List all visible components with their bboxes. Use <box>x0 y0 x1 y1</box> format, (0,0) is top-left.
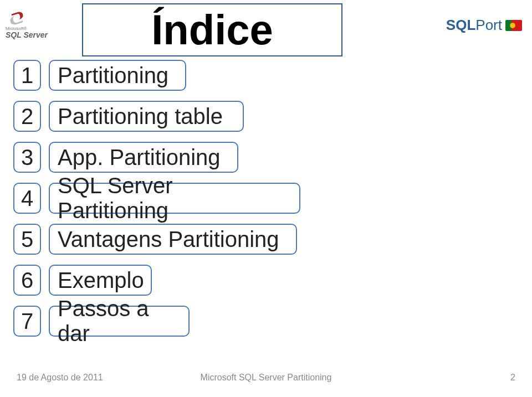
index-row: 5 Vantagens Partitioning <box>13 224 519 255</box>
index-list: 1 Partitioning 2 Partitioning table 3 Ap… <box>13 60 519 347</box>
index-number: 2 <box>13 101 41 132</box>
sql-server-swoosh-icon <box>10 10 29 25</box>
sqlport-port: Port <box>475 17 502 33</box>
index-item: Partitioning <box>49 60 186 91</box>
index-number: 1 <box>13 60 41 91</box>
index-row: 3 App. Partitioning <box>13 142 519 173</box>
sqlport-sql: SQL <box>446 17 475 33</box>
slide-title-box: Índice <box>82 3 342 56</box>
index-number: 4 <box>13 183 41 214</box>
index-item: Partitioning table <box>49 101 244 132</box>
sqlport-logo: SQLPort <box>446 17 522 34</box>
index-item: App. Partitioning <box>49 142 238 173</box>
footer-date: 19 de Agosto de 2011 <box>17 373 103 383</box>
index-item: Passos a dar <box>49 306 190 337</box>
index-number: 5 <box>13 224 41 255</box>
index-row: 1 Partitioning <box>13 60 519 91</box>
index-number: 3 <box>13 142 41 173</box>
footer-page-number: 2 <box>510 373 515 383</box>
index-row: 7 Passos a dar <box>13 306 519 337</box>
slide-title: Índice <box>151 9 273 51</box>
index-row: 6 Exemplo <box>13 265 519 296</box>
sqlport-text: SQLPort <box>446 17 502 34</box>
slide-footer: 19 de Agosto de 2011 Microsoft SQL Serve… <box>0 373 532 383</box>
index-number: 7 <box>13 306 41 337</box>
index-row: 4 SQL Server Partitioning <box>13 183 519 214</box>
portugal-flag-icon <box>505 20 522 31</box>
sql-server-label: SQL Server <box>6 31 55 39</box>
index-number: 6 <box>13 265 41 296</box>
slide: Microsoft® SQL Server SQLPort Índice 1 P… <box>0 0 532 397</box>
index-item: Vantagens Partitioning <box>49 224 297 255</box>
index-item: SQL Server Partitioning <box>49 183 300 214</box>
sql-server-logo: Microsoft® SQL Server <box>6 10 55 39</box>
index-row: 2 Partitioning table <box>13 101 519 132</box>
index-item: Exemplo <box>49 265 152 296</box>
